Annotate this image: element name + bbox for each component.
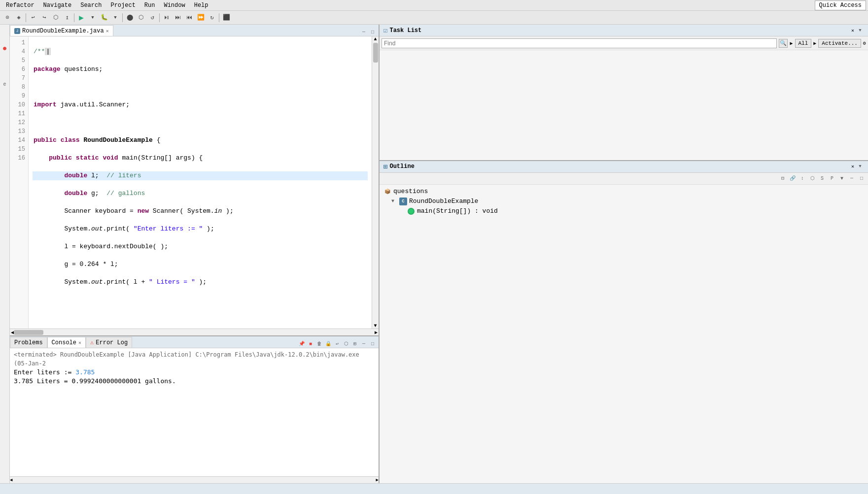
menu-project[interactable]: Project — [106, 1, 139, 10]
toolbar-btn-6[interactable]: ↥ — [62, 12, 72, 23]
editor-tab[interactable]: J RoundDoubleExample.java ✕ — [10, 25, 113, 36]
code-line-16: System.out.print( l + " Liters = " ); — [33, 278, 368, 287]
console-tab-close[interactable]: ✕ — [78, 340, 81, 346]
errorlog-tab[interactable]: ⚠ Error Log — [86, 337, 132, 348]
outline-package-label: questions — [393, 188, 428, 195]
menu-refactor[interactable]: Refactor — [2, 1, 38, 10]
task-list-expand-btn[interactable]: ▶ — [790, 40, 793, 46]
toolbar-btn-14[interactable]: ↻ — [207, 12, 217, 23]
outline-method-item[interactable]: main(String[]) : void — [383, 206, 864, 216]
toolbar-btn-9[interactable]: ↺ — [147, 12, 158, 23]
console-tab[interactable]: Console ✕ — [47, 337, 86, 348]
line-num-12: 12 — [10, 118, 25, 127]
console-minimize-btn[interactable]: ─ — [360, 340, 368, 348]
outline-minimize2-btn[interactable]: ─ — [847, 174, 856, 183]
toolbar-run-dropdown[interactable]: ▼ — [87, 12, 98, 23]
outline-settings-btn[interactable]: ▼ — [837, 174, 846, 183]
task-list-find-input[interactable] — [382, 38, 777, 48]
tab-close-btn[interactable]: ✕ — [106, 28, 109, 34]
task-list-search-icon[interactable]: 🔍 — [779, 39, 788, 48]
outline-class-item[interactable]: ▼ C RoundDoubleExample — [383, 197, 864, 206]
code-editor: 1 4 5 6 7 8 9 10 11 12 13 14 15 16 /**| … — [10, 36, 379, 329]
tab-controls: ─ □ — [360, 28, 379, 36]
outline-link-btn[interactable]: 🔗 — [788, 174, 797, 183]
gutter-item — [0, 27, 9, 35]
console-content: <terminated> RoundDoubleExample [Java Ap… — [10, 348, 379, 476]
toolbar-btn-8[interactable]: ⬡ — [136, 12, 146, 23]
toolbar-btn-11[interactable]: ⏭ — [173, 12, 183, 23]
outline-collapse-btn[interactable]: ⊟ — [778, 174, 787, 183]
task-list-all-filter[interactable]: All — [795, 39, 812, 48]
quick-access-button[interactable]: Quick Access — [815, 0, 866, 10]
toolbar-sep-2 — [74, 13, 74, 22]
toolbar-btn-5[interactable]: ⬡ — [50, 12, 61, 23]
console-pin-btn[interactable]: 📌 — [298, 340, 306, 348]
console-open-btn[interactable]: ⬡ — [342, 340, 350, 348]
toolbar-debug-dropdown[interactable]: ▼ — [110, 12, 121, 23]
toolbar-btn-10[interactable]: ⏯ — [161, 12, 172, 23]
toolbar-btn-15[interactable]: ⬛ — [221, 12, 232, 23]
outline-close-btn[interactable]: ✕ — [851, 164, 854, 169]
task-list-close-btn[interactable]: ✕ — [851, 28, 854, 33]
scroll-thumb[interactable] — [373, 43, 378, 63]
console-word-wrap-btn[interactable]: ↩ — [333, 340, 341, 348]
toolbar-btn-13[interactable]: ⏩ — [195, 12, 206, 23]
line-num-1: 1 — [10, 38, 25, 47]
toolbar-btn-1[interactable]: ⊙ — [2, 12, 13, 23]
gutter-item: e — [0, 80, 9, 89]
task-list-toolbar: 🔍 ▶ All ▶ Activate... ⚙ — [380, 36, 868, 50]
menu-search[interactable]: Search — [76, 1, 105, 10]
task-list-activate-filter[interactable]: Activate... — [818, 39, 861, 48]
outline-package-item[interactable]: 📦 questions — [383, 187, 864, 197]
outline-toolbar: ⊟ 🔗 ↕ ⬡ S P ▼ ─ □ — [380, 173, 868, 185]
code-line-14: l = keyboard.nextDouble( ); — [33, 242, 368, 251]
code-content[interactable]: /**| package questions; import java.util… — [29, 36, 372, 329]
toolbar-btn-3[interactable]: ↩ — [28, 12, 38, 23]
code-line-10: double l; // liters — [33, 171, 368, 180]
problems-tab[interactable]: Problems — [10, 337, 47, 348]
console-scroll-lock-btn[interactable]: 🔒 — [324, 340, 332, 348]
outline-maximize-btn[interactable]: □ — [857, 174, 866, 183]
outline-sort-btn[interactable]: ↕ — [798, 174, 807, 183]
console-line-2: 3.785 Liters = 0.9992400000000001 gallon… — [14, 377, 375, 386]
toolbar-btn-4[interactable]: ↪ — [39, 12, 50, 23]
task-list-minimize-btn[interactable]: ▼ — [856, 27, 864, 34]
toolbar-sep-4 — [159, 13, 160, 22]
code-line-4: package questions; — [33, 65, 368, 74]
menu-navigate[interactable]: Navigate — [39, 1, 76, 10]
outline-content: 📦 questions ▼ C RoundDoubleExample main(… — [380, 185, 868, 348]
console-maximize-btn[interactable]: □ — [369, 340, 377, 348]
console-new-btn[interactable]: ⊞ — [351, 340, 359, 348]
editor-h-scrollbar[interactable]: ◀ ▶ — [10, 329, 379, 335]
outline-hide-static-btn[interactable]: S — [818, 174, 827, 183]
outline-class-arrow: ▼ — [391, 198, 397, 204]
console-stop-btn[interactable]: ■ — [307, 340, 314, 348]
line-num-10: 10 — [10, 100, 25, 109]
toolbar-btn-12[interactable]: ⏮ — [184, 12, 195, 23]
main-layout: ● e J RoundDoubleExample.java ✕ ─ □ 1 4 … — [0, 25, 868, 483]
gutter-item — [0, 53, 9, 62]
tab-minimize-btn[interactable]: ─ — [360, 28, 368, 36]
gutter-item — [0, 71, 9, 80]
menu-help[interactable]: Help — [190, 1, 212, 10]
outline-title-bar: ⊞ Outline ✕ ▼ — [380, 161, 868, 173]
menu-window[interactable]: Window — [160, 1, 189, 10]
bottom-tab-bar: Problems Console ✕ ⚠ Error Log 📌 ■ 🗑 🔒 ↩… — [10, 336, 379, 348]
console-clear-btn[interactable]: 🗑 — [315, 340, 323, 348]
toolbar-btn-7[interactable]: ⬤ — [124, 12, 135, 23]
toolbar-run-btn[interactable]: ▶ — [76, 12, 87, 23]
task-list-activate-arrow[interactable]: ▶ — [813, 40, 816, 46]
console-h-scrollbar[interactable]: ◀ ▶ — [10, 476, 379, 483]
task-list-settings-icon[interactable]: ⚙ — [863, 40, 866, 46]
toolbar-btn-2[interactable]: ◈ — [13, 12, 24, 23]
menu-run[interactable]: Run — [140, 1, 159, 10]
outline-hide-nonpublic-btn[interactable]: P — [828, 174, 836, 183]
toolbar-debug-btn[interactable]: 🐛 — [99, 12, 109, 23]
outline-minimize-btn[interactable]: ▼ — [856, 163, 864, 170]
outline-hide-fields-btn[interactable]: ⬡ — [808, 174, 817, 183]
h-scroll-thumb[interactable] — [14, 330, 43, 335]
tab-maximize-btn[interactable]: □ — [369, 28, 377, 36]
line-num-13: 13 — [10, 127, 25, 136]
editor-scrollbar[interactable]: ▲ ▼ — [372, 36, 379, 329]
outline-panel: ⊞ Outline ✕ ▼ ⊟ 🔗 ↕ ⬡ S P ▼ ─ □ 📦 qu — [380, 161, 868, 348]
